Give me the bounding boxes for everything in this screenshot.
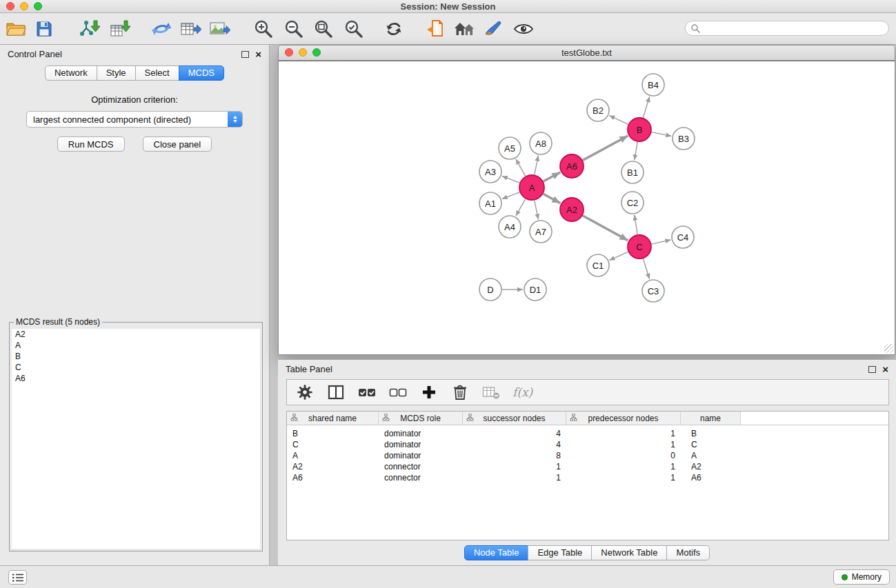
edge-B-B3[interactable] <box>652 132 672 136</box>
node-D1[interactable]: D1 <box>524 278 546 301</box>
table-cell[interactable]: 0 <box>566 451 681 460</box>
node-A1[interactable]: A1 <box>479 192 501 214</box>
edge-A-A1[interactable] <box>502 192 519 199</box>
table-cell[interactable]: C <box>287 440 379 449</box>
table-cell[interactable]: 1 <box>566 473 681 483</box>
table-cell[interactable]: 8 <box>463 451 566 460</box>
column-header-successor-nodes[interactable]: successor nodes <box>463 412 566 425</box>
network-arrows-icon[interactable] <box>150 16 172 42</box>
deselect-all-icon[interactable] <box>388 382 408 403</box>
column-header-MCDS-role[interactable]: MCDS role <box>379 412 463 425</box>
zoom-fit-icon[interactable] <box>312 16 335 42</box>
edge-C-C4[interactable] <box>652 240 671 244</box>
graphics-details-icon[interactable] <box>482 16 504 42</box>
close-panel-icon[interactable]: × <box>882 365 888 374</box>
mcds-result-item[interactable]: B <box>12 351 260 362</box>
mcds-result-list[interactable]: A2ABCA6 <box>12 329 260 549</box>
float-panel-icon[interactable] <box>868 366 876 373</box>
table-cell[interactable]: dominator <box>379 429 463 438</box>
table-cell[interactable]: A <box>287 451 379 460</box>
column-header-shared-name[interactable]: shared name <box>287 412 379 425</box>
add-column-icon[interactable] <box>419 382 439 403</box>
table-cell[interactable]: A6 <box>287 473 379 483</box>
edge-A-A3[interactable] <box>502 176 519 183</box>
node-A3[interactable]: A3 <box>479 161 501 183</box>
criterion-select[interactable]: largest connected component (directed) <box>26 111 243 128</box>
column-header-name[interactable]: name <box>681 412 741 425</box>
edge-B-B2[interactable] <box>609 116 628 125</box>
node-C4[interactable]: C4 <box>672 226 694 248</box>
run-mcds-button[interactable]: Run MCDS <box>57 136 125 152</box>
table-row[interactable]: Cdominator41C <box>287 439 888 450</box>
mcds-result-item[interactable]: A6 <box>12 373 260 384</box>
column-header-predecessor-nodes[interactable]: predecessor nodes <box>566 412 681 425</box>
tab-style[interactable]: Style <box>97 65 136 81</box>
edge-A-A8[interactable] <box>535 156 539 175</box>
zoom-selected-icon[interactable] <box>343 16 365 42</box>
table-cell[interactable]: 1 <box>566 429 681 438</box>
import-table-icon[interactable] <box>109 16 131 42</box>
tab-select[interactable]: Select <box>135 65 179 81</box>
open-session-icon[interactable] <box>424 16 446 42</box>
table-cell[interactable]: 4 <box>463 429 566 438</box>
node-A6[interactable]: A6 <box>560 154 584 178</box>
mcds-result-item[interactable]: A2 <box>12 329 260 340</box>
settings-gear-icon[interactable] <box>295 382 315 403</box>
node-A5[interactable]: A5 <box>499 137 521 159</box>
edge-A2-C[interactable] <box>583 216 628 241</box>
node-B[interactable]: B <box>628 118 651 141</box>
table-cell[interactable]: connector <box>379 462 463 472</box>
table-cell[interactable]: connector <box>379 473 463 483</box>
apply-layout-icon[interactable] <box>383 16 405 42</box>
delete-column-icon[interactable] <box>450 382 470 403</box>
edge-A-A7[interactable] <box>535 201 539 220</box>
table-cell[interactable]: A <box>681 451 741 460</box>
edge-A-A2[interactable] <box>544 194 561 203</box>
edge-B-B4[interactable] <box>643 97 649 118</box>
table-row[interactable]: Adominator80A <box>287 450 888 461</box>
home-icon[interactable] <box>453 16 475 42</box>
search-input[interactable] <box>703 23 888 34</box>
table-row[interactable]: A2connector11A2 <box>287 461 888 472</box>
node-B2[interactable]: B2 <box>587 99 609 121</box>
memory-button[interactable]: Memory <box>833 569 890 585</box>
edge-C-C3[interactable] <box>643 258 649 279</box>
table-cell[interactable]: dominator <box>379 440 463 449</box>
node-A8[interactable]: A8 <box>530 132 552 154</box>
close-panel-button[interactable]: Close panel <box>143 136 212 152</box>
delete-table-icon[interactable] <box>481 382 501 403</box>
table-cell[interactable]: B <box>681 429 741 438</box>
function-builder-icon[interactable]: f(x) <box>512 385 532 399</box>
tab-mcds[interactable]: MCDS <box>179 65 224 81</box>
zoom-in-icon[interactable] <box>252 16 275 42</box>
save-session-icon[interactable] <box>33 16 55 42</box>
tab-motifs[interactable]: Motifs <box>666 545 710 560</box>
export-image-icon[interactable] <box>208 16 230 42</box>
zoom-out-icon[interactable] <box>283 16 305 42</box>
table-cell[interactable]: 1 <box>463 462 566 472</box>
network-window-titlebar[interactable]: testGlobe.txt <box>279 45 895 61</box>
edge-A6-B[interactable] <box>583 136 628 160</box>
edge-A-A5[interactable] <box>516 159 526 176</box>
eye-icon[interactable] <box>512 16 535 42</box>
edge-C-C1[interactable] <box>609 252 628 260</box>
tab-node-table[interactable]: Node Table <box>464 545 529 560</box>
node-C[interactable]: C <box>628 235 651 258</box>
node-A[interactable]: A <box>519 175 544 200</box>
node-A7[interactable]: A7 <box>530 221 552 243</box>
search-box[interactable] <box>685 21 889 36</box>
table-row[interactable]: A6connector11A6 <box>287 472 888 483</box>
table-cell[interactable]: A2 <box>287 462 379 472</box>
node-B1[interactable]: B1 <box>621 161 644 183</box>
table-cell[interactable]: 1 <box>566 462 681 472</box>
select-all-icon[interactable] <box>357 382 377 403</box>
table-cell[interactable]: B <box>287 429 379 438</box>
node-B3[interactable]: B3 <box>673 128 695 150</box>
tab-edge-table[interactable]: Edge Table <box>528 545 592 560</box>
column-visibility-icon[interactable] <box>326 382 346 403</box>
table-cell[interactable]: C <box>681 440 741 449</box>
tab-network[interactable]: Network <box>45 65 97 81</box>
table-cell[interactable]: A6 <box>681 473 741 483</box>
float-panel-icon[interactable] <box>241 51 249 58</box>
table-cell[interactable]: dominator <box>379 451 463 460</box>
